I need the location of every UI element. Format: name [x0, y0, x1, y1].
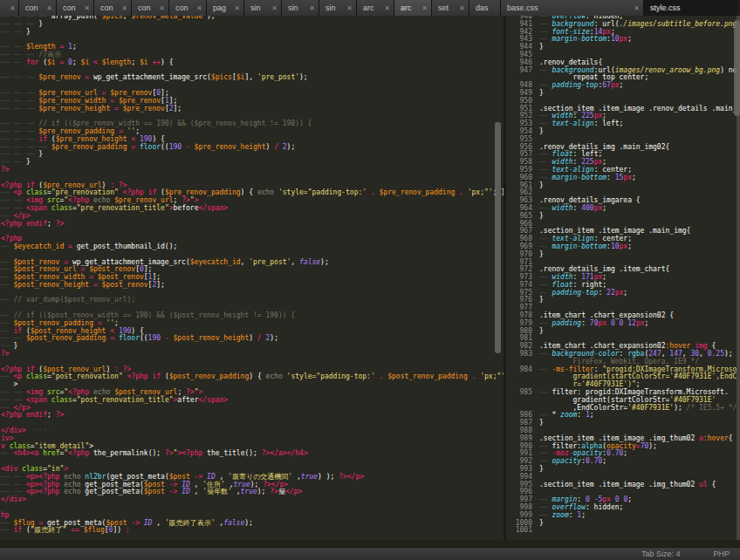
tab-con[interactable]: con✕: [132, 0, 169, 16]
close-icon[interactable]: ✕: [634, 4, 640, 12]
tab-arc[interactable]: arc✕: [357, 0, 394, 16]
code-line: 993}: [506, 466, 740, 474]
syntax-indicator[interactable]: PHP: [713, 550, 730, 558]
close-icon[interactable]: ✕: [196, 4, 202, 12]
code-text: }: [539, 251, 544, 259]
tab-pag[interactable]: pag✕: [207, 0, 244, 16]
code-text: .section_item .item_image .img_thum02 ul…: [539, 481, 716, 489]
close-icon[interactable]: ✕: [121, 4, 127, 12]
tab-label: arc: [363, 3, 380, 12]
code-line: <?php endif; ?>: [0, 412, 504, 420]
tab-das[interactable]: das: [469, 0, 501, 16]
close-icon[interactable]: ✕: [159, 4, 165, 12]
code-line: 965}: [506, 213, 740, 221]
code-line: —— —— <span class="post_renovation_title…: [0, 397, 504, 405]
code-line: </div> ·····: [0, 427, 504, 435]
code-line: —— —— —— }: [0, 21, 504, 29]
code-line: —— —— <p><?php echo get_post_meta($post …: [0, 488, 504, 496]
tab-label: con: [63, 3, 80, 12]
code-line: —— $eyecatch_id = get_post_thumbnail_id(…: [0, 243, 504, 251]
tab-con[interactable]: con✕: [57, 0, 94, 16]
code-text: }: [539, 297, 544, 304]
close-icon[interactable]: ✕: [384, 4, 390, 12]
code-line: <?php endif; ?>: [0, 221, 504, 229]
close-icon[interactable]: ✕: [271, 4, 278, 12]
code-line: [0, 228, 504, 236]
editor-pane-php[interactable]: —— —— —— —— array_push( $pics, $renov_me…: [0, 16, 504, 540]
code-line: 949}: [506, 90, 740, 98]
code-line: —— —— —— $pre_renov = wp_get_attachment_…: [0, 74, 504, 82]
tab-set[interactable]: set✕: [432, 0, 469, 16]
tab-style.css[interactable]: style.css: [644, 0, 737, 16]
php-code-content: —— —— —— —— array_push( $pics, $renov_me…: [0, 16, 504, 535]
code-line: 980}: [506, 328, 740, 336]
tab-arc[interactable]: arc✕: [394, 0, 432, 16]
code-line: ?>: [0, 351, 504, 359]
tab-con[interactable]: con✕: [94, 0, 132, 16]
editor-pane-css[interactable]: 940—— overflow: hidden;941—— background:…: [506, 16, 740, 540]
close-icon[interactable]: ✕: [10, 4, 16, 12]
code-text: —— $post_renov_height = $post_renov[2];: [0, 282, 165, 290]
right-pane-scrollbar[interactable]: [734, 20, 740, 116]
code-line: —— —— —— }: [0, 151, 504, 159]
code-text: —— <p class="post_renovation" <?php if (…: [0, 373, 504, 381]
tab-size-indicator[interactable]: Tab Size: 4: [641, 550, 681, 558]
left-pane-scrollbar[interactable]: [495, 122, 501, 353]
close-icon[interactable]: ✕: [309, 4, 315, 12]
tab-label: sin: [250, 3, 268, 12]
tab-sin[interactable]: sin✕: [244, 0, 282, 16]
code-text: —— // var_dump($post_renov_url);: [0, 297, 135, 304]
code-text: }: [539, 328, 544, 336]
code-text: —— —— }: [0, 29, 31, 37]
tab-label: arc: [401, 3, 418, 12]
code-text: ?>: [0, 167, 10, 174]
tab-sin[interactable]: sin✕: [319, 0, 357, 16]
code-line: 944}: [506, 44, 740, 51]
code-line: [0, 458, 504, 466]
tab-label: sin: [325, 3, 343, 12]
close-icon[interactable]: ✕: [234, 4, 240, 12]
code-text: }: [539, 466, 544, 474]
code-text: ?>: [0, 351, 10, 359]
code-text: —— —— <span class="pre_renovation_title"…: [0, 205, 228, 213]
code-text: }: [539, 90, 544, 98]
code-line: 995.section_item .item_image .img_thum02…: [506, 481, 740, 489]
tab-sin[interactable]: sin✕: [282, 0, 319, 16]
line-number: 983: [506, 351, 539, 359]
code-text: }: [539, 44, 544, 51]
close-icon[interactable]: ✕: [346, 4, 353, 12]
code-text: —— margin-bottom:10px;: [539, 36, 632, 44]
close-icon[interactable]: ✕: [459, 4, 465, 12]
code-line: 1001: [506, 527, 740, 535]
tab-label: con: [175, 3, 193, 12]
code-text: —— —— $post_renov_padding = floor((190 -…: [0, 335, 278, 343]
code-text: —— padding-top: 22px;: [539, 290, 627, 297]
code-text: —— zoom: 1;: [539, 512, 586, 520]
css-code-content: 940—— overflow: hidden;941—— background:…: [506, 16, 740, 535]
code-text: }: [539, 520, 544, 528]
code-line: —— —— }: [0, 159, 504, 167]
close-icon[interactable]: ✕: [84, 4, 90, 12]
tab-label: con: [25, 3, 43, 12]
tab-a[interactable]: a✕: [0, 0, 19, 16]
code-text: —— —— —— —— $pre_renov_padding = floor((…: [0, 144, 295, 152]
tab-base.css[interactable]: base.css✕: [501, 0, 644, 16]
tab-label: set: [438, 3, 456, 12]
line-number: [506, 373, 539, 381]
tab-con[interactable]: con✕: [19, 0, 57, 16]
tab-label: pag: [213, 3, 230, 12]
code-line: —— <p class="post_renovation" <?php if (…: [0, 373, 504, 381]
code-text: —— margin-bottom:10px;: [539, 243, 632, 251]
code-line: —— —— <span class="pre_renovation_title"…: [0, 205, 504, 213]
code-line: 1000}: [506, 520, 740, 528]
tab-con[interactable]: con✕: [169, 0, 207, 16]
code-line: </div>: [0, 496, 504, 504]
close-icon[interactable]: ✕: [421, 4, 428, 12]
line-number: 984: [506, 366, 539, 374]
code-text: —— —— for ($i = 0; $i < $length; $i ++) …: [0, 59, 174, 67]
code-text: —— if ("販売終了" == $flug[0]) :: [0, 527, 130, 535]
close-icon[interactable]: ✕: [46, 4, 52, 12]
code-line: [0, 504, 504, 512]
code-line: —— // var_dump($post_renov_url);: [0, 297, 504, 304]
code-text: <?php endif; ?>: [0, 412, 64, 420]
